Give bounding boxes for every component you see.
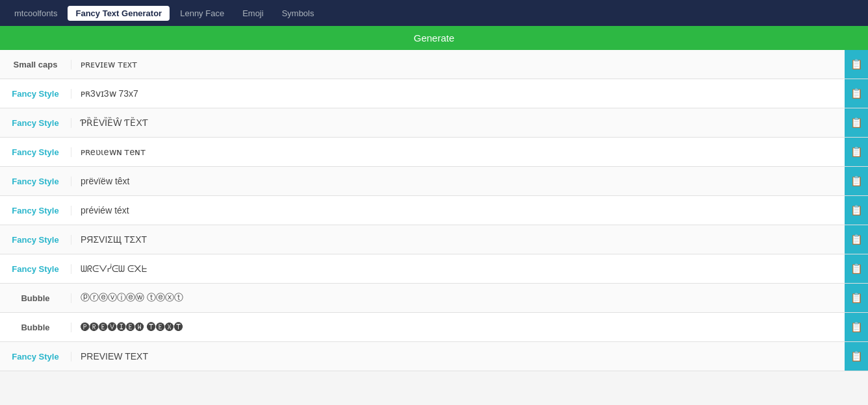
style-label: Small caps	[0, 60, 71, 69]
copy-button[interactable]	[845, 138, 868, 166]
style-label: Bubble	[0, 293, 71, 303]
copy-button[interactable]	[845, 313, 868, 341]
clipboard-icon	[850, 263, 863, 275]
style-text: ƤȐȄVȈȄŴ ƬȄXƬ	[71, 111, 845, 134]
copy-button[interactable]	[845, 167, 868, 195]
style-row: Bubble🅟🅡🅔🅥🅘🅔🅦 🅣🅔🅧🅣	[0, 313, 868, 342]
style-text: ᴩʀeʋɩeᴡɴ ᴛeɴᴛ	[71, 140, 845, 164]
style-text: PЯΣVIΣЩ TΣXT	[71, 228, 845, 251]
style-text: PREVIEW TEXT	[71, 345, 845, 368]
style-text: ⓟⓡⓔⓥⓘⓔⓦ ⓣⓔⓧⓣ	[71, 286, 845, 310]
clipboard-icon	[850, 292, 863, 304]
style-row: Fancy Styleᴩʀeʋɩeᴡɴ ᴛeɴᴛ	[0, 138, 868, 167]
generate-button[interactable]: Generate	[0, 26, 868, 50]
copy-button[interactable]	[845, 50, 868, 79]
nav-item-emoji[interactable]: Emoji	[235, 6, 272, 21]
style-row: Fancy StylePREVIEW TEXT	[0, 342, 868, 371]
style-row: Bubbleⓟⓡⓔⓥⓘⓔⓦ ⓣⓔⓧⓣ	[0, 284, 868, 313]
style-row: Fancy Stylepréviéw téxt	[0, 196, 868, 225]
styles-container: Small capsᴘʀᴇᴠɪᴇᴡ ᴛᴇxᴛFancy Styleᴘʀ3ᴠɪ3ᴡ…	[0, 50, 868, 371]
clipboard-icon	[850, 58, 863, 70]
clipboard-icon	[850, 88, 863, 99]
style-label: Fancy Style	[0, 352, 71, 362]
copy-button[interactable]	[845, 108, 868, 137]
style-text: ᴘʀ3ᴠɪ3ᴡ 73x7	[71, 82, 845, 105]
style-row: Fancy Styleᗯᖇᕮᐯᓮᕮᗯ ᕮ᙭ᖶ	[0, 254, 868, 284]
style-label: Fancy Style	[0, 147, 71, 157]
clipboard-icon	[850, 234, 863, 245]
copy-button[interactable]	[845, 79, 868, 108]
style-text: prëvïëw têxt	[71, 169, 845, 193]
copy-button[interactable]	[845, 284, 868, 312]
style-label: Fancy Style	[0, 177, 71, 186]
style-label: Fancy Style	[0, 118, 71, 128]
clipboard-icon	[850, 146, 863, 158]
style-label: Fancy Style	[0, 206, 71, 215]
copy-button[interactable]	[845, 254, 868, 283]
nav-item-symbols[interactable]: Symbols	[274, 6, 322, 21]
nav-brand[interactable]: mtcoolfonts	[6, 6, 65, 21]
nav-item-lenny-face[interactable]: Lenny Face	[172, 6, 232, 21]
style-label: Fancy Style	[0, 235, 71, 245]
style-text: ᴘʀᴇᴠɪᴇᴡ ᴛᴇxᴛ	[71, 53, 845, 76]
style-row: Fancy Styleprëvïëw têxt	[0, 167, 868, 196]
style-row: Fancy StyleƤȐȄVȈȄŴ ƬȄXƬ	[0, 108, 868, 138]
clipboard-icon	[850, 117, 863, 129]
style-row: Fancy StylePЯΣVIΣЩ TΣXT	[0, 225, 868, 254]
clipboard-icon	[850, 175, 863, 187]
style-row: Fancy Styleᴘʀ3ᴠɪ3ᴡ 73x7	[0, 79, 868, 108]
clipboard-icon	[850, 350, 863, 362]
copy-button[interactable]	[845, 225, 868, 254]
style-label: Bubble	[0, 323, 71, 332]
style-text: ᗯᖇᕮᐯᓮᕮᗯ ᕮ᙭ᖶ	[71, 257, 845, 281]
style-label: Fancy Style	[0, 89, 71, 99]
style-row: Small capsᴘʀᴇᴠɪᴇᴡ ᴛᴇxᴛ	[0, 50, 868, 79]
copy-button[interactable]	[845, 196, 868, 225]
clipboard-icon	[850, 321, 863, 333]
style-label: Fancy Style	[0, 264, 71, 274]
navbar: mtcoolfonts Fancy Text Generator Lenny F…	[0, 0, 868, 26]
style-text: 🅟🅡🅔🅥🅘🅔🅦 🅣🅔🅧🅣	[71, 315, 845, 339]
copy-button[interactable]	[845, 342, 868, 371]
style-text: préviéw téxt	[71, 199, 845, 222]
clipboard-icon	[850, 204, 863, 216]
nav-item-fancy-text[interactable]: Fancy Text Generator	[68, 6, 170, 21]
